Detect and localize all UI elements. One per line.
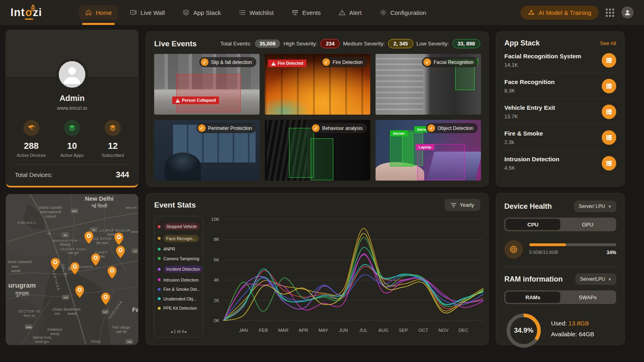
device-health-tab-gpu[interactable]: GPU: [560, 219, 615, 230]
legend-item-camera-tampering[interactable]: Camera Tampering: [158, 256, 200, 261]
legend-item-intrusion-detection[interactable]: Intrusion Detection: [158, 278, 200, 282]
map-label: हौज खास: [96, 241, 108, 245]
legend-label: Incident Detection: [163, 265, 203, 273]
nav-item-events[interactable]: Events: [285, 5, 327, 20]
shield-check-icon: ✓: [201, 58, 208, 66]
map-label: CHHATA: [78, 265, 93, 269]
map-label: VASANT KUNJ: [60, 247, 87, 251]
ai-model-training-button[interactable]: AI Model & Training: [520, 6, 599, 20]
legend-dot: [158, 268, 161, 271]
airport-plane-icon: ✈: [47, 231, 51, 237]
line-chart: 0K2K4K6K8K10KJANFEBMARAPRMAYJUNJULAUGSEP…: [207, 211, 485, 337]
event-thumbnail-2[interactable]: Fire Detected✓Fire Detection: [265, 54, 370, 115]
app-name: Vehicle Entry Exit: [504, 104, 555, 111]
detection-box: [289, 128, 314, 178]
x-axis-tick: FEB: [259, 328, 268, 333]
nav-item-label: Watchlist: [250, 9, 274, 16]
map-label: OKHL: [131, 230, 138, 234]
legend-item-fire-smoke-det-[interactable]: Fire & Smoke Det...: [158, 287, 200, 292]
app-stack-title: App Stack: [504, 39, 540, 47]
road-shield-label: 48: [92, 228, 95, 231]
nav-item-label: Alert: [349, 9, 362, 16]
legend-item-anpr[interactable]: ANPR: [158, 247, 200, 251]
shield-check-icon: ✓: [427, 124, 435, 132]
y-axis-tick: 8K: [214, 237, 219, 242]
badge-label: Behaviour analysis: [322, 125, 363, 131]
ram-info-selector[interactable]: Server/LPU ▼: [576, 274, 616, 285]
x-axis-tick: MAY: [318, 328, 328, 333]
legend-item-incident-detection[interactable]: Incident Detection: [158, 265, 200, 273]
device-health-tab-cpu[interactable]: CPU: [506, 219, 560, 230]
nav-right-group: AI Model & Training: [520, 6, 634, 20]
ram-used-label: Used:: [551, 320, 567, 327]
gear-icon: [58, 186, 64, 187]
stat-label: Active Devices: [17, 153, 46, 158]
event-thumbnail-1[interactable]: Person Collapsed✓Slip & fall detection: [154, 54, 260, 115]
nav-menu: HomeLive WallApp StackWatchlistEventsAle…: [79, 5, 432, 20]
see-all-link[interactable]: See All: [600, 40, 616, 46]
map-label: SECTOR 49: [18, 309, 41, 313]
ram-tab-rams[interactable]: RAMs: [506, 292, 560, 303]
detection-box: [176, 74, 241, 112]
event-thumbnail-6[interactable]: ServerServeLaptop✓Object Detection: [376, 120, 481, 181]
user-avatar[interactable]: [621, 6, 634, 19]
map-label: MAYUR V: [126, 206, 138, 210]
nav-item-configuration[interactable]: Configuration: [374, 5, 432, 20]
device-map-card[interactable]: ✈4848AH1148A137137248A13319New Delhiनई द…: [6, 194, 138, 345]
ram-available-value: 64GB: [579, 331, 594, 337]
intozi-logo[interactable]: Intozi: [10, 6, 55, 19]
legend-pagination[interactable]: ◂ 1 of 4 ▸: [158, 329, 200, 334]
nav-item-watchlist[interactable]: Watchlist: [233, 5, 280, 20]
app-stack-item-vehicle-entry-exit[interactable]: Vehicle Entry Exit 13.7K: [504, 99, 616, 125]
road-shield-label: 48: [64, 234, 67, 237]
legend-item-stopped-vehicle[interactable]: Stopped Vehicle: [158, 223, 200, 230]
event-thumbnails-grid: Person Collapsed✓Slip & fall detectionFi…: [146, 53, 488, 181]
stat-value: 10: [67, 141, 77, 151]
map-label: बंधवाड़ी: [67, 312, 76, 316]
apps-grid-icon[interactable]: [606, 8, 614, 17]
summary-value-medium: 2, 345: [388, 39, 413, 48]
legend-item-ppe-kit-detection[interactable]: PPE Kit Detection: [158, 306, 200, 311]
summary-label-high: High Severity:: [283, 41, 317, 47]
event-stats-panel: Event Stats Yearly Stopped Vehicle Face …: [146, 193, 489, 345]
nav-item-home[interactable]: Home: [79, 5, 118, 20]
nav-item-live-wall[interactable]: Live Wall: [124, 5, 171, 20]
chevron-down-icon: ▼: [608, 204, 612, 209]
total-devices-row: Total Devices: 344: [6, 165, 138, 179]
yearly-filter-button[interactable]: Yearly: [445, 199, 480, 211]
nav-item-app-stack[interactable]: App Stack: [176, 5, 227, 20]
app-stack-item-facial-recognition-system[interactable]: Facial Recognition System 14.1K: [504, 47, 616, 73]
event-thumbnail-5[interactable]: ✓Behaviour analysis: [265, 120, 370, 181]
road-shield-label: 137: [103, 311, 107, 313]
x-axis-tick: MAR: [278, 328, 289, 333]
warning-icon: [175, 99, 180, 103]
road-shield-label: 133: [127, 340, 132, 343]
legend-item-face-recogni-[interactable]: Face Recogni...: [158, 235, 200, 242]
app-stack-item-face-recognition[interactable]: Face Recognition 8.3K: [504, 73, 616, 99]
event-thumbnail-4[interactable]: ✓Perimeter Protection: [154, 120, 260, 181]
series-stopped-vehicle: [223, 266, 483, 321]
cpu-usage-row: 5.5GB/12.8GB 34%: [504, 240, 616, 259]
live-wall-icon: [130, 9, 137, 16]
summary-label-low: Low Severity:: [417, 41, 449, 47]
ram-percent: 34.9%: [504, 311, 543, 350]
watchlist-icon: [239, 9, 246, 16]
device-health-selector[interactable]: Server/ LPU ▼: [574, 201, 616, 212]
total-devices-value: 344: [116, 170, 129, 179]
legend-dot: [158, 288, 161, 291]
ai-button-label: AI Model & Training: [539, 9, 591, 16]
app-stack-item-intrusion-detection[interactable]: Intrusion Detection 4.5K: [504, 150, 616, 176]
app-stack-item-fire-smoke[interactable]: Fire & Smoke 2.3k: [504, 125, 616, 150]
cpu-chip-icon: [504, 240, 523, 259]
event-thumbnail-3[interactable]: Max. Manager✓Facial Recognition: [376, 54, 481, 115]
badge-label: Object Detection: [438, 125, 473, 131]
x-axis-tick: APR: [299, 328, 308, 333]
stat-label: Subscribed: [102, 153, 124, 158]
legend-item-unattended-obj-[interactable]: Unattended Obj...: [158, 296, 200, 301]
badge-label: Slip & fall detection: [211, 60, 252, 65]
ram-tab-swaps[interactable]: SWAPs: [560, 292, 615, 303]
map-label: सराय: [11, 265, 18, 269]
nav-item-alert[interactable]: Alert: [332, 5, 368, 20]
severity-summary: Total Events:35,008High Severity:234Medi…: [220, 39, 480, 48]
settings-button[interactable]: Settings: [6, 186, 138, 187]
